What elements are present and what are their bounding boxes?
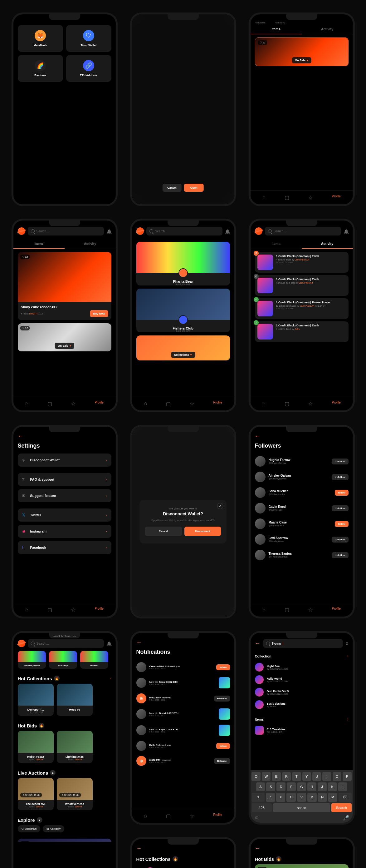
- category-card[interactable]: Animal planet: [18, 651, 46, 669]
- filter-chip[interactable]: ⊞Category: [43, 825, 64, 832]
- nav-profile[interactable]: Profile: [332, 607, 340, 613]
- key-V[interactable]: V: [297, 793, 306, 802]
- search-input[interactable]: Search...: [146, 227, 223, 236]
- keyboard[interactable]: QWERTYUIOP ASDFGHJKL ⇧ZXCVBNM⌫ 123 space…: [251, 770, 353, 823]
- unfollow-button[interactable]: Unfollow: [332, 474, 348, 480]
- mic-icon[interactable]: 🎤: [343, 815, 349, 821]
- search-result[interactable]: Basic designsby Jamne: [255, 699, 348, 711]
- search-result[interactable]: 010 TerrabitesTop bid 0.04 ETH: [255, 724, 348, 737]
- activity-item[interactable]: ⊘ 1 Credit Black (Common) | Earth Remove…: [255, 275, 348, 296]
- settings-row[interactable]: f Facebook ›: [18, 541, 111, 554]
- key-S[interactable]: S: [266, 782, 275, 791]
- key-A[interactable]: A: [256, 782, 265, 791]
- key-shift[interactable]: ⇧: [252, 793, 265, 802]
- tab-items[interactable]: Items: [13, 239, 65, 249]
- avatar[interactable]: [255, 534, 266, 545]
- key-C[interactable]: C: [287, 793, 296, 802]
- clear-button[interactable]: ⊗: [345, 641, 348, 646]
- key-Y[interactable]: Y: [302, 772, 311, 781]
- settings-row[interactable]: ⦸ Disconnect Wallet ›: [18, 454, 111, 467]
- notification-row[interactable]: CreativeMint Followed you9 Jun. 2022 - 2…: [132, 660, 234, 675]
- follow-button[interactable]: follow: [335, 490, 348, 496]
- avatar[interactable]: [255, 519, 266, 529]
- wallet-metamask[interactable]: 🦊MetaMask: [18, 25, 63, 52]
- back-button[interactable]: ←: [255, 640, 261, 647]
- nav-profile[interactable]: Profile: [213, 401, 222, 407]
- key-H[interactable]: H: [307, 782, 317, 791]
- unfollow-button[interactable]: Unfollow: [332, 459, 348, 464]
- nav-star[interactable]: ☆: [71, 607, 75, 613]
- nft-card[interactable]: ♡ 12 Shiny cube render #12 ♦ From 5wETH …: [18, 252, 111, 320]
- collection-card[interactable]: Fishers Club1,011,100 US$: [136, 289, 230, 332]
- search-result[interactable]: Night Seaby 0x53353433...234a: [255, 661, 348, 674]
- close-button[interactable]: ✕: [217, 503, 224, 509]
- collection-card[interactable]: Demopol T...1,011,100 US$: [18, 684, 54, 716]
- follow-button[interactable]: follow: [216, 743, 230, 749]
- search-input[interactable]: Search...: [28, 639, 104, 648]
- settings-row[interactable]: ? FAQ & support ›: [18, 473, 111, 486]
- unfollow-button[interactable]: Unfollow: [332, 552, 348, 558]
- key-123[interactable]: 123: [252, 803, 272, 812]
- nav-home[interactable]: ⌂: [144, 401, 147, 407]
- bid-card[interactable]: Robot #3452Top bid 5wETH: [18, 731, 54, 763]
- key-search[interactable]: Search: [331, 803, 351, 812]
- section-more[interactable]: ›: [347, 654, 348, 658]
- key-I[interactable]: I: [322, 772, 331, 781]
- activity-item[interactable]: ✓ 1 Credit Black (Common) | Earth 4 edit…: [255, 321, 348, 342]
- notification-row[interactable]: New bid Sassi 0.002 ETH9 Jun. 2022 - 23:…: [132, 675, 234, 691]
- key-G[interactable]: G: [297, 782, 306, 791]
- notification-row[interactable]: New bid Kaye 0.002 ETH9 Jun. 2022 - 23:3…: [132, 722, 234, 738]
- key-N[interactable]: N: [318, 793, 327, 802]
- settings-row[interactable]: 𝕏 Twitter ›: [18, 508, 111, 522]
- category-card[interactable]: Shapery: [49, 651, 77, 669]
- tab-items[interactable]: Items: [251, 239, 302, 249]
- key-J[interactable]: J: [318, 782, 327, 791]
- wallet-eth[interactable]: 🔗ETH Address: [66, 55, 111, 82]
- cancel-button[interactable]: Cancel: [162, 184, 181, 192]
- avatar[interactable]: [255, 456, 266, 467]
- nav-home[interactable]: ⌂: [25, 607, 28, 613]
- key-M[interactable]: M: [328, 793, 337, 802]
- nav-star[interactable]: ☆: [308, 194, 313, 200]
- key-Z[interactable]: Z: [266, 793, 275, 802]
- key-R[interactable]: R: [282, 772, 291, 781]
- wallet-rainbow[interactable]: 🌈Rainbow: [18, 55, 63, 82]
- key-O[interactable]: O: [333, 772, 341, 781]
- tab-activity[interactable]: Activity: [65, 239, 116, 249]
- nft-card[interactable]: ♡ 12 Robot #3452 by Modern Art Not for s…: [255, 864, 348, 868]
- bid-card[interactable]: Lighting #435Top bid 5wETH: [57, 731, 93, 763]
- collections-pill[interactable]: Collections▾: [171, 352, 195, 358]
- key-delete[interactable]: ⌫: [338, 793, 351, 802]
- nav-profile[interactable]: Profile: [332, 401, 340, 407]
- disconnect-button[interactable]: Disconnect: [185, 527, 221, 536]
- nav-star[interactable]: ☆: [71, 401, 75, 407]
- nav-profile[interactable]: Profile: [332, 194, 340, 200]
- key-F[interactable]: F: [287, 782, 296, 791]
- settings-row[interactable]: ◉ Instagram ›: [18, 525, 111, 538]
- sale-badge[interactable]: On Sale▾: [55, 343, 74, 349]
- settings-row[interactable]: ✉ Suggest feature ›: [18, 489, 111, 502]
- key-E[interactable]: E: [272, 772, 280, 781]
- nav-profile[interactable]: Profile: [95, 607, 103, 613]
- nft-card[interactable]: ♡ 12 On Sale▾: [255, 37, 348, 66]
- collection-row[interactable]: 1Ideas Comming1,011,100 US$: [132, 864, 234, 868]
- notification-row[interactable]: ⊕ 0.002 ETH received9 Jun. 2022 - 23:32 …: [132, 753, 234, 768]
- like-badge[interactable]: ♡ 12: [20, 254, 30, 259]
- auction-card[interactable]: ⏱ 12 : 32 : 06 leftThe desert #56Top bid…: [18, 778, 54, 810]
- notifications-icon[interactable]: [225, 229, 230, 234]
- like-badge[interactable]: ♡ 12: [258, 867, 267, 868]
- nav-image[interactable]: ▢: [285, 607, 289, 613]
- key-D[interactable]: D: [276, 782, 286, 791]
- wallet-trust[interactable]: 🛡Trust Wallet: [66, 25, 111, 52]
- follow-button[interactable]: follow: [335, 521, 348, 527]
- collection-card[interactable]: Collections▾: [136, 336, 230, 361]
- nav-image[interactable]: ▢: [47, 401, 52, 407]
- avatar[interactable]: [255, 550, 266, 560]
- nav-home[interactable]: ⌂: [144, 813, 147, 819]
- search-result[interactable]: Gun Punks Vol 3by 0x53313123...234a: [255, 686, 348, 699]
- nav-home[interactable]: ⌂: [25, 401, 28, 407]
- key-W[interactable]: W: [262, 772, 270, 781]
- key-Q[interactable]: Q: [252, 772, 260, 781]
- Balance-button[interactable]: Balance: [214, 695, 230, 702]
- like-badge[interactable]: ♡ 12: [20, 841, 30, 842]
